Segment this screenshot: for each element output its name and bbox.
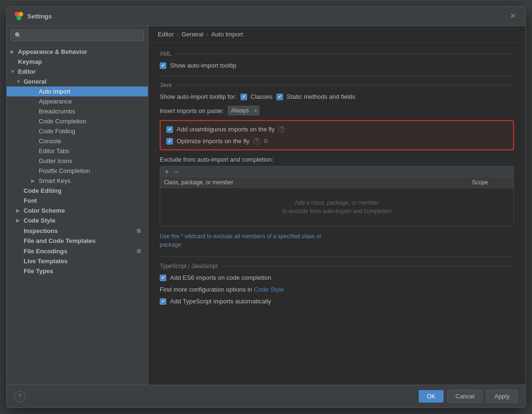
close-button[interactable]: ✕ [508, 11, 518, 21]
optimize-imports-checkbox[interactable] [166, 138, 173, 145]
highlight-box: Add unambiguous imports on the fly ? Opt… [160, 120, 514, 150]
sidebar-item-breadcrumbs[interactable]: Breadcrumbs [7, 106, 148, 116]
java-classes-checkbox[interactable] [240, 94, 247, 100]
breadcrumb-sep-1: › [177, 31, 179, 38]
dialog-footer: ? OK Cancel Apply [7, 385, 525, 407]
sidebar-item-label: Keymap [18, 58, 42, 65]
insert-imports-label: Insert imports on paste: [160, 107, 224, 114]
sidebar-item-label: Console [39, 138, 61, 145]
sidebar-item-label: Appearance [39, 98, 72, 105]
breadcrumb: Editor › General › Auto Import [148, 26, 525, 43]
cancel-button[interactable]: Cancel [447, 390, 482, 403]
ok-button[interactable]: OK [419, 390, 444, 403]
content-area: XML Show auto-import tooltip Java Show a… [148, 43, 525, 385]
sidebar-item-label: Code Completion [39, 118, 86, 125]
java-static-label: Static methods and fields [287, 93, 355, 100]
search-icon: 🔍 [15, 32, 22, 39]
sidebar-item-auto-import[interactable]: Auto Import [7, 86, 148, 96]
breadcrumb-part-3: Auto Import [211, 31, 243, 38]
sidebar-item-file-code-templates[interactable]: File and Code Templates [7, 236, 148, 246]
remove-exclude-button[interactable]: − [173, 168, 179, 175]
sidebar-item-code-editing[interactable]: Code Editing [7, 186, 148, 196]
optimize-imports-label: Optimize imports on the fly [177, 138, 249, 145]
sidebar-item-label: Appearance & Behavior [18, 48, 87, 55]
xml-section-label: XML [160, 51, 514, 57]
sidebar-item-file-types[interactable]: File Types [7, 266, 148, 276]
add-unambiguous-row: Add unambiguous imports on the fly ? [166, 125, 507, 134]
dialog-body: 🔍 ▶ Appearance & Behavior Keymap ▼ Edito… [7, 26, 525, 385]
add-typescript-row: Add TypeScript imports automatically [160, 297, 514, 306]
search-box[interactable]: 🔍 [10, 30, 144, 41]
main-content: Editor › General › Auto Import XML Show … [148, 26, 525, 385]
sidebar-item-keymap[interactable]: Keymap [7, 57, 148, 67]
sidebar-item-label: Editor [18, 68, 36, 75]
xml-show-tooltip-label: Show auto-import tooltip [170, 62, 236, 69]
java-classes-label: Classes [251, 93, 273, 100]
sidebar-item-console[interactable]: Console [7, 136, 148, 146]
find-config-row: Find more configuration options in Code … [160, 286, 514, 293]
breadcrumb-part-2: General [181, 31, 203, 38]
chevron-icon: ▶ [31, 178, 37, 183]
add-unambiguous-help-icon[interactable]: ? [278, 126, 285, 133]
insert-imports-row: Insert imports on paste: Always Ask Neve… [160, 105, 514, 116]
java-section-label: Java [160, 82, 514, 88]
java-tooltip-prefix: Show auto-import tooltip for: [160, 93, 237, 100]
sidebar-item-label: Code Editing [24, 187, 61, 194]
sidebar-item-inspections[interactable]: Inspections ⊞ [7, 225, 148, 236]
code-style-link[interactable]: Code Style [254, 286, 284, 293]
sidebar-item-file-encodings[interactable]: File Encodings ⊞ [7, 246, 148, 256]
optimize-imports-row: Optimize imports on the fly ? ⊟ [166, 137, 507, 146]
sidebar-item-label: Postfix Completion [39, 167, 90, 174]
sidebar-item-editor-tabs[interactable]: Editor Tabs [7, 146, 148, 156]
sidebar-item-smart-keys[interactable]: ▶ Smart Keys [7, 176, 148, 186]
col-class-header: Class, package, or member [164, 179, 472, 186]
add-exclude-button[interactable]: + [164, 168, 170, 175]
sidebar-item-postfix-completion[interactable]: Postfix Completion [7, 166, 148, 176]
java-static-checkbox[interactable] [276, 94, 283, 100]
help-button[interactable]: ? [14, 391, 26, 402]
sidebar-item-code-style[interactable]: ▶ Code Style [7, 216, 148, 225]
add-es6-checkbox[interactable] [160, 275, 166, 281]
sidebar-item-label: Gutter Icons [39, 157, 72, 164]
typescript-section-label: TypeScript / JavaScript [160, 263, 514, 269]
add-typescript-checkbox[interactable] [160, 298, 166, 305]
sidebar-item-label: Inspections [24, 227, 58, 234]
breadcrumb-part-1: Editor [158, 31, 174, 38]
search-input[interactable] [25, 32, 140, 39]
sidebar-item-font[interactable]: Font [7, 196, 148, 206]
exclude-label: Exclude from auto-import and completion: [160, 156, 514, 163]
sidebar-item-label: Code Style [24, 217, 55, 224]
add-unambiguous-checkbox[interactable] [166, 126, 173, 133]
find-config-prefix: Find more configuration options in [160, 286, 252, 293]
hint-text: Use the * wildcard to exclude all member… [160, 232, 514, 249]
sidebar-item-code-completion[interactable]: Code Completion [7, 116, 148, 126]
separator-1 [160, 76, 514, 76]
optimize-imports-copy-icon[interactable]: ⊟ [264, 138, 268, 144]
insert-imports-select[interactable]: Always Ask Never [228, 106, 259, 115]
java-tooltip-row: Show auto-import tooltip for: Classes St… [160, 92, 514, 101]
chevron-icon: ▶ [10, 49, 16, 54]
breadcrumb-sep-2: › [206, 31, 208, 38]
exclude-table: + − Class, package, or member Scope Add … [160, 166, 514, 226]
optimize-imports-help-icon[interactable]: ? [253, 138, 260, 145]
exclude-section: Exclude from auto-import and completion:… [160, 156, 514, 226]
xml-show-tooltip-checkbox[interactable] [160, 62, 166, 69]
sidebar: 🔍 ▶ Appearance & Behavior Keymap ▼ Edito… [7, 26, 148, 385]
sidebar-item-label: File and Code Templates [24, 237, 95, 244]
sidebar-item-live-templates[interactable]: Live Templates [7, 256, 148, 266]
sidebar-item-appearance[interactable]: Appearance [7, 96, 148, 106]
sidebar-item-code-folding[interactable]: Code Folding [7, 126, 148, 136]
sidebar-item-general[interactable]: ▼ General [7, 77, 148, 86]
sidebar-item-label: Smart Keys [39, 177, 70, 184]
sidebar-item-appearance-behavior[interactable]: ▶ Appearance & Behavior [7, 47, 148, 57]
apply-button[interactable]: Apply [486, 390, 518, 403]
sidebar-item-label: Auto Import [39, 88, 70, 95]
sidebar-item-editor[interactable]: ▼ Editor [7, 67, 148, 77]
title-bar: Settings ✕ [7, 7, 525, 26]
insert-imports-select-wrapper[interactable]: Always Ask Never ▼ [228, 106, 259, 115]
file-encodings-icon: ⊞ [135, 247, 142, 255]
sidebar-item-color-scheme[interactable]: ▶ Color Scheme [7, 206, 148, 216]
svg-point-2 [17, 16, 21, 20]
sidebar-item-label: Code Folding [39, 128, 75, 135]
sidebar-item-gutter-icons[interactable]: Gutter Icons [7, 156, 148, 166]
